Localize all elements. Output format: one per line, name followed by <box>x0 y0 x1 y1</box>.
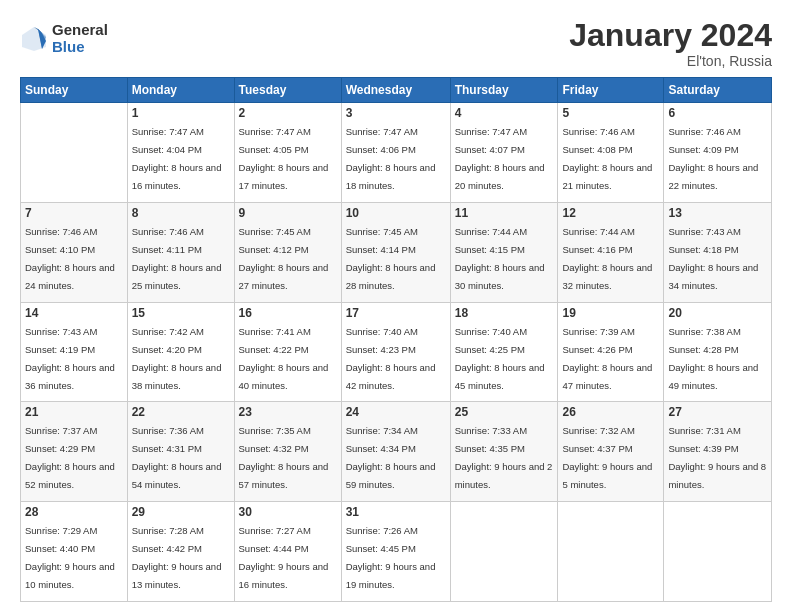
table-row: 9 Sunrise: 7:45 AMSunset: 4:12 PMDayligh… <box>234 202 341 302</box>
table-row: 26 Sunrise: 7:32 AMSunset: 4:37 PMDaylig… <box>558 402 664 502</box>
day-info: Sunrise: 7:42 AMSunset: 4:20 PMDaylight:… <box>132 326 222 391</box>
col-wednesday: Wednesday <box>341 78 450 103</box>
day-number: 11 <box>455 206 554 220</box>
col-sunday: Sunday <box>21 78 128 103</box>
table-row: 21 Sunrise: 7:37 AMSunset: 4:29 PMDaylig… <box>21 402 128 502</box>
day-number: 12 <box>562 206 659 220</box>
table-row: 3 Sunrise: 7:47 AMSunset: 4:06 PMDayligh… <box>341 103 450 203</box>
table-row: 18 Sunrise: 7:40 AMSunset: 4:25 PMDaylig… <box>450 302 558 402</box>
table-row: 5 Sunrise: 7:46 AMSunset: 4:08 PMDayligh… <box>558 103 664 203</box>
table-row: 11 Sunrise: 7:44 AMSunset: 4:15 PMDaylig… <box>450 202 558 302</box>
day-info: Sunrise: 7:35 AMSunset: 4:32 PMDaylight:… <box>239 425 329 490</box>
day-number: 17 <box>346 306 446 320</box>
day-number: 21 <box>25 405 123 419</box>
table-row: 22 Sunrise: 7:36 AMSunset: 4:31 PMDaylig… <box>127 402 234 502</box>
table-row <box>664 502 772 602</box>
table-row <box>558 502 664 602</box>
day-number: 6 <box>668 106 767 120</box>
table-row: 1 Sunrise: 7:47 AMSunset: 4:04 PMDayligh… <box>127 103 234 203</box>
logo-icon <box>20 25 48 53</box>
table-row: 7 Sunrise: 7:46 AMSunset: 4:10 PMDayligh… <box>21 202 128 302</box>
day-number: 14 <box>25 306 123 320</box>
day-info: Sunrise: 7:47 AMSunset: 4:04 PMDaylight:… <box>132 126 222 191</box>
logo-text: General Blue <box>52 22 108 55</box>
day-info: Sunrise: 7:47 AMSunset: 4:05 PMDaylight:… <box>239 126 329 191</box>
page: General Blue January 2024 El'ton, Russia… <box>0 0 792 612</box>
day-info: Sunrise: 7:46 AMSunset: 4:08 PMDaylight:… <box>562 126 652 191</box>
day-info: Sunrise: 7:46 AMSunset: 4:09 PMDaylight:… <box>668 126 758 191</box>
header: General Blue January 2024 El'ton, Russia <box>20 18 772 69</box>
day-info: Sunrise: 7:37 AMSunset: 4:29 PMDaylight:… <box>25 425 115 490</box>
day-number: 13 <box>668 206 767 220</box>
day-info: Sunrise: 7:27 AMSunset: 4:44 PMDaylight:… <box>239 525 329 590</box>
day-info: Sunrise: 7:47 AMSunset: 4:07 PMDaylight:… <box>455 126 545 191</box>
day-info: Sunrise: 7:33 AMSunset: 4:35 PMDaylight:… <box>455 425 553 490</box>
day-info: Sunrise: 7:26 AMSunset: 4:45 PMDaylight:… <box>346 525 436 590</box>
title-block: January 2024 El'ton, Russia <box>569 18 772 69</box>
table-row: 15 Sunrise: 7:42 AMSunset: 4:20 PMDaylig… <box>127 302 234 402</box>
table-row: 10 Sunrise: 7:45 AMSunset: 4:14 PMDaylig… <box>341 202 450 302</box>
day-number: 24 <box>346 405 446 419</box>
table-row: 19 Sunrise: 7:39 AMSunset: 4:26 PMDaylig… <box>558 302 664 402</box>
day-number: 10 <box>346 206 446 220</box>
day-number: 28 <box>25 505 123 519</box>
day-number: 22 <box>132 405 230 419</box>
logo-general: General <box>52 22 108 39</box>
day-info: Sunrise: 7:28 AMSunset: 4:42 PMDaylight:… <box>132 525 222 590</box>
day-info: Sunrise: 7:45 AMSunset: 4:12 PMDaylight:… <box>239 226 329 291</box>
table-row: 31 Sunrise: 7:26 AMSunset: 4:45 PMDaylig… <box>341 502 450 602</box>
logo: General Blue <box>20 22 108 55</box>
day-number: 26 <box>562 405 659 419</box>
calendar-table: Sunday Monday Tuesday Wednesday Thursday… <box>20 77 772 602</box>
table-row: 27 Sunrise: 7:31 AMSunset: 4:39 PMDaylig… <box>664 402 772 502</box>
table-row: 4 Sunrise: 7:47 AMSunset: 4:07 PMDayligh… <box>450 103 558 203</box>
day-number: 1 <box>132 106 230 120</box>
col-saturday: Saturday <box>664 78 772 103</box>
table-row: 28 Sunrise: 7:29 AMSunset: 4:40 PMDaylig… <box>21 502 128 602</box>
table-row: 14 Sunrise: 7:43 AMSunset: 4:19 PMDaylig… <box>21 302 128 402</box>
day-number: 29 <box>132 505 230 519</box>
day-info: Sunrise: 7:34 AMSunset: 4:34 PMDaylight:… <box>346 425 436 490</box>
day-info: Sunrise: 7:38 AMSunset: 4:28 PMDaylight:… <box>668 326 758 391</box>
day-info: Sunrise: 7:39 AMSunset: 4:26 PMDaylight:… <box>562 326 652 391</box>
day-number: 27 <box>668 405 767 419</box>
day-number: 15 <box>132 306 230 320</box>
day-number: 7 <box>25 206 123 220</box>
location: El'ton, Russia <box>569 53 772 69</box>
day-info: Sunrise: 7:41 AMSunset: 4:22 PMDaylight:… <box>239 326 329 391</box>
day-info: Sunrise: 7:40 AMSunset: 4:23 PMDaylight:… <box>346 326 436 391</box>
calendar-header-row: Sunday Monday Tuesday Wednesday Thursday… <box>21 78 772 103</box>
day-info: Sunrise: 7:44 AMSunset: 4:15 PMDaylight:… <box>455 226 545 291</box>
day-info: Sunrise: 7:43 AMSunset: 4:18 PMDaylight:… <box>668 226 758 291</box>
day-number: 25 <box>455 405 554 419</box>
day-info: Sunrise: 7:44 AMSunset: 4:16 PMDaylight:… <box>562 226 652 291</box>
day-info: Sunrise: 7:31 AMSunset: 4:39 PMDaylight:… <box>668 425 766 490</box>
table-row: 16 Sunrise: 7:41 AMSunset: 4:22 PMDaylig… <box>234 302 341 402</box>
day-info: Sunrise: 7:46 AMSunset: 4:10 PMDaylight:… <box>25 226 115 291</box>
table-row: 2 Sunrise: 7:47 AMSunset: 4:05 PMDayligh… <box>234 103 341 203</box>
table-row: 6 Sunrise: 7:46 AMSunset: 4:09 PMDayligh… <box>664 103 772 203</box>
day-number: 16 <box>239 306 337 320</box>
table-row: 20 Sunrise: 7:38 AMSunset: 4:28 PMDaylig… <box>664 302 772 402</box>
day-number: 20 <box>668 306 767 320</box>
table-row: 12 Sunrise: 7:44 AMSunset: 4:16 PMDaylig… <box>558 202 664 302</box>
day-info: Sunrise: 7:29 AMSunset: 4:40 PMDaylight:… <box>25 525 115 590</box>
day-number: 19 <box>562 306 659 320</box>
day-info: Sunrise: 7:32 AMSunset: 4:37 PMDaylight:… <box>562 425 652 490</box>
day-info: Sunrise: 7:47 AMSunset: 4:06 PMDaylight:… <box>346 126 436 191</box>
day-number: 9 <box>239 206 337 220</box>
table-row: 24 Sunrise: 7:34 AMSunset: 4:34 PMDaylig… <box>341 402 450 502</box>
day-info: Sunrise: 7:46 AMSunset: 4:11 PMDaylight:… <box>132 226 222 291</box>
col-monday: Monday <box>127 78 234 103</box>
day-info: Sunrise: 7:45 AMSunset: 4:14 PMDaylight:… <box>346 226 436 291</box>
day-info: Sunrise: 7:40 AMSunset: 4:25 PMDaylight:… <box>455 326 545 391</box>
day-info: Sunrise: 7:43 AMSunset: 4:19 PMDaylight:… <box>25 326 115 391</box>
day-number: 4 <box>455 106 554 120</box>
table-row: 30 Sunrise: 7:27 AMSunset: 4:44 PMDaylig… <box>234 502 341 602</box>
table-row <box>21 103 128 203</box>
day-number: 31 <box>346 505 446 519</box>
table-row: 25 Sunrise: 7:33 AMSunset: 4:35 PMDaylig… <box>450 402 558 502</box>
day-number: 2 <box>239 106 337 120</box>
logo-blue: Blue <box>52 39 108 56</box>
col-thursday: Thursday <box>450 78 558 103</box>
